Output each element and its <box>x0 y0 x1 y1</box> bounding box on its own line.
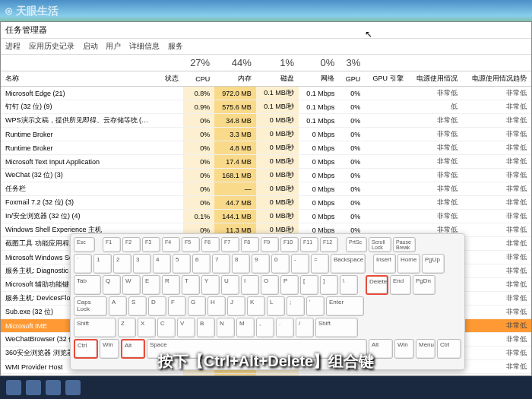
col-power-trend[interactable]: 电源使用情况趋势 <box>462 71 531 87</box>
key-.[interactable]: . <box>276 318 294 337</box>
table-row[interactable]: Microsoft Edge (21)0.8%972.0 MB0.1 MB/秒0… <box>1 87 531 100</box>
taskbar-icon[interactable] <box>65 380 81 395</box>
start-button[interactable] <box>6 380 21 395</box>
key-enter[interactable]: Enter <box>326 296 364 316</box>
key-ctrl[interactable]: Ctrl <box>437 339 461 359</box>
key-5[interactable]: 5 <box>173 254 191 274</box>
key-backspace[interactable]: Backspace <box>331 254 366 274</box>
menu-history[interactable]: 应用历史记录 <box>29 42 74 50</box>
key-f6[interactable]: F6 <box>201 237 220 252</box>
table-row[interactable]: Microsoft Text Input Application0%17.4 M… <box>1 155 531 169</box>
col-net[interactable]: 网络 <box>299 71 339 87</box>
key-shift[interactable]: Shift <box>74 318 116 337</box>
col-cpu[interactable]: CPU <box>183 71 214 87</box>
key-esc[interactable]: Esc <box>74 237 95 252</box>
key-b[interactable]: B <box>197 318 215 337</box>
key-ctrl[interactable]: Ctrl <box>74 339 98 359</box>
table-row[interactable]: WeChat (32 位) (3)0%168.1 MB0 MB/秒0 Mbps0… <box>1 169 531 182</box>
key-\[interactable]: \ <box>340 275 358 295</box>
menu-startup[interactable]: 启动 <box>83 42 98 50</box>
key-f12[interactable]: F12 <box>320 237 338 252</box>
key-s[interactable]: S <box>128 296 147 316</box>
key-f8[interactable]: F8 <box>241 237 259 252</box>
key-w[interactable]: W <box>122 275 141 295</box>
key--[interactable]: - <box>291 254 309 274</box>
key-k[interactable]: K <box>247 296 265 316</box>
key-][interactable]: ] <box>320 275 338 295</box>
key-caps-lock[interactable]: Caps Lock <box>74 296 107 316</box>
key-end[interactable]: End <box>390 275 411 295</box>
table-row[interactable]: WeChatBrowser (32 位)非常低非常低 <box>1 374 531 376</box>
key-m[interactable]: M <box>236 318 255 337</box>
table-row[interactable]: Runtime Broker0%3.3 MB0 MB/秒0 Mbps0%非常低非… <box>1 128 531 141</box>
col-gpu[interactable]: GPU <box>339 71 365 87</box>
key-1[interactable]: 1 <box>93 254 112 274</box>
key-h[interactable]: H <box>207 296 226 316</box>
menu-processes[interactable]: 进程 <box>5 42 21 50</box>
col-mem[interactable]: 内存 <box>214 71 256 87</box>
key-f2[interactable]: F2 <box>122 237 141 252</box>
key-x[interactable]: X <box>138 318 156 337</box>
key-y[interactable]: Y <box>201 275 220 295</box>
key-p[interactable]: P <box>280 275 299 295</box>
key-'[interactable]: ' <box>306 296 325 316</box>
key-shift[interactable]: Shift <box>315 318 358 337</box>
key-,[interactable]: , <box>256 318 274 337</box>
key-i[interactable]: I <box>241 275 259 295</box>
key-0[interactable]: 0 <box>271 254 290 274</box>
key-scroll-lock[interactable]: Scroll Lock <box>369 237 391 252</box>
key-l[interactable]: L <box>267 296 285 316</box>
key-f7[interactable]: F7 <box>221 237 239 252</box>
key-f11[interactable]: F11 <box>300 237 318 252</box>
col-power[interactable]: 电源使用情况 <box>408 71 462 87</box>
key-v[interactable]: V <box>177 318 195 337</box>
key-f[interactable]: F <box>168 296 186 316</box>
key-tab[interactable]: Tab <box>74 275 101 295</box>
col-gpu-engine[interactable]: GPU 引擎 <box>365 71 407 87</box>
key-t[interactable]: T <box>182 275 200 295</box>
key-c[interactable]: C <box>157 318 176 337</box>
key-f1[interactable]: F1 <box>103 237 121 252</box>
key-;[interactable]: ; <box>287 296 305 316</box>
key-prtsc[interactable]: PrtSc <box>346 237 367 252</box>
key-f5[interactable]: F5 <box>182 237 200 252</box>
col-name[interactable]: 名称 <box>1 71 153 87</box>
table-row[interactable]: Runtime Broker0%4.8 MB0 MB/秒0 Mbps0%非常低非… <box>1 141 531 155</box>
key-pgdn[interactable]: PgDn <box>413 275 435 295</box>
taskbar[interactable] <box>0 376 532 399</box>
key-`[interactable]: ` <box>74 254 92 274</box>
key-win[interactable]: Win <box>100 339 119 359</box>
table-row[interactable]: WPS演示文稿，提供所见即得、云存储等统 (32 位)0%34.8 MB0 MB… <box>1 114 531 128</box>
key-8[interactable]: 8 <box>232 254 250 274</box>
key-insert[interactable]: Insert <box>373 254 396 274</box>
key-=[interactable]: = <box>311 254 329 274</box>
key-2[interactable]: 2 <box>113 254 131 274</box>
key-f10[interactable]: F10 <box>280 237 299 252</box>
menu-details[interactable]: 详细信息 <box>129 42 160 50</box>
key-g[interactable]: G <box>188 296 206 316</box>
key-r[interactable]: R <box>162 275 180 295</box>
menu-services[interactable]: 服务 <box>168 42 183 50</box>
key-e[interactable]: E <box>142 275 160 295</box>
key-3[interactable]: 3 <box>133 254 151 274</box>
table-row[interactable]: 钉钉 (32 位) (9)0.9%575.6 MB0.1 MB/秒0.1 Mbp… <box>1 100 531 114</box>
col-disk[interactable]: 磁盘 <box>256 71 299 87</box>
taskbar-icon[interactable] <box>26 380 41 395</box>
key-delete[interactable]: Delete <box>366 275 388 295</box>
key-alt[interactable]: Alt <box>121 339 145 359</box>
col-status[interactable]: 状态 <box>153 71 183 87</box>
key-o[interactable]: O <box>261 275 279 295</box>
key-/[interactable]: / <box>296 318 314 337</box>
key-win[interactable]: Win <box>394 339 414 359</box>
key-n[interactable]: N <box>217 318 235 337</box>
key-j[interactable]: J <box>227 296 245 316</box>
key-f3[interactable]: F3 <box>142 237 160 252</box>
menu-users[interactable]: 用户 <box>106 42 121 50</box>
key-q[interactable]: Q <box>103 275 121 295</box>
key-menu[interactable]: Menu <box>416 339 435 359</box>
table-row[interactable]: Foxmail 7.2 (32 位) (3)0%44.7 MB0 MB/秒0 M… <box>1 196 531 210</box>
key-z[interactable]: Z <box>118 318 136 337</box>
key-6[interactable]: 6 <box>192 254 211 274</box>
key-home[interactable]: Home <box>397 254 420 274</box>
taskbar-icon[interactable] <box>46 380 61 395</box>
